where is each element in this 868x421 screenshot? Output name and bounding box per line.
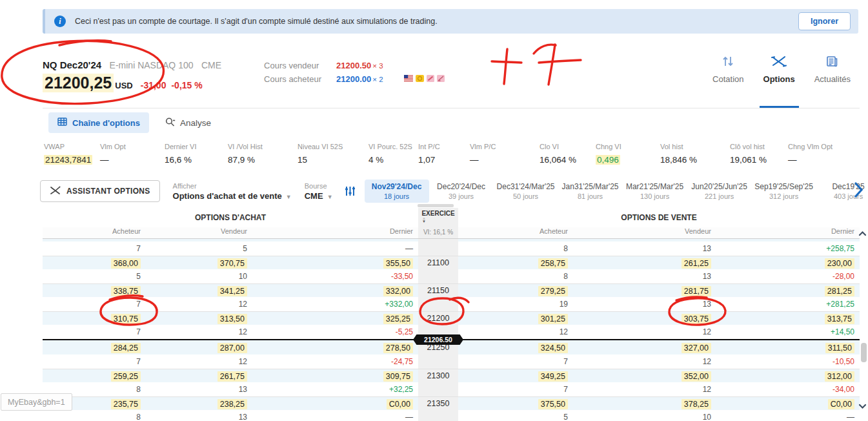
expiry-tab[interactable]: Jan31'25/Mar'25 81 jours xyxy=(558,180,623,203)
call-ask-size: 12 xyxy=(146,300,252,309)
scroll-up-button[interactable] xyxy=(858,227,867,239)
strike-sort-header[interactable]: EXERCICE ▲▼ xyxy=(418,208,458,227)
put-ask-cell[interactable]: 303,75 xyxy=(573,313,716,324)
put-ask-cell[interactable]: 261,25 xyxy=(573,257,716,269)
strike-vi-header: VI: 16,1 % xyxy=(418,227,458,238)
call-bid-cell[interactable]: 368,00 xyxy=(43,257,146,269)
price-change: -31,00 xyxy=(141,80,167,90)
call-ask-cell[interactable]: 341,25 xyxy=(146,285,252,296)
call-last-cell: 355,50 xyxy=(252,257,418,269)
grid-icon xyxy=(57,118,67,128)
call-ask-size: 5 xyxy=(146,244,252,253)
call-bid-cell[interactable]: 259,25 xyxy=(43,370,146,382)
put-ask-cell[interactable] xyxy=(573,239,716,241)
call-ask-cell[interactable]: 238,25 xyxy=(146,398,252,409)
call-bid-size: 8 xyxy=(43,413,146,421)
call-bid-cell[interactable]: 284,25 xyxy=(43,342,146,353)
stat-item: Vol hist 18,846 % xyxy=(660,143,730,174)
call-ask-cell[interactable]: 370,75 xyxy=(146,257,252,269)
expiry-tab[interactable]: Mar21'25/Mar'25 130 jours xyxy=(623,180,687,203)
expiry-tab[interactable]: Nov29'24/Dec 18 jours xyxy=(365,180,429,203)
expiry-tab[interactable]: Dec31'24/Mar'25 50 jours xyxy=(494,180,558,203)
put-ask-cell[interactable]: 352,00 xyxy=(573,370,716,382)
tab-chaine-options[interactable]: Chaîne d'options xyxy=(48,112,149,133)
expiry-tabs: Nov29'24/Dec 18 jours Dec20'24/Dec 39 jo… xyxy=(365,177,868,205)
put-bid-cell[interactable]: 258,75 xyxy=(458,257,573,269)
put-bid-size: 8 xyxy=(458,272,573,281)
bourse-dropdown[interactable]: Bourse CME▼ xyxy=(305,182,333,201)
newspaper-icon xyxy=(826,56,838,70)
put-bid-cell[interactable]: 279,25 xyxy=(458,285,573,296)
page-tabs: Chaîne d'options Analyse xyxy=(0,108,868,137)
put-ask-cell[interactable]: 281,75 xyxy=(573,285,716,296)
call-last-change: -5,25 xyxy=(252,327,418,336)
ask-label: Cours vendeur xyxy=(264,61,334,70)
expiry-tab[interactable]: Dec20'24/Dec 39 jours xyxy=(429,180,494,203)
currency: USD xyxy=(115,81,132,90)
strike-value: 21350 xyxy=(418,397,458,410)
vertical-scrollbar-thumb[interactable] xyxy=(861,343,867,362)
strike-row: 368,00 370,75 355,50 21100 258,75 261,25… xyxy=(43,256,860,283)
tab-analyse[interactable]: Analyse xyxy=(165,117,211,129)
expiry-tab[interactable]: Jun20'25/Jun'25 221 jours xyxy=(687,180,752,203)
put-last-col-header: Dernier xyxy=(716,227,860,238)
trading-app-window: i Ceci n'est pas un compte de courtage. … xyxy=(0,0,868,421)
expiries-next-button[interactable] xyxy=(853,181,863,201)
put-last-cell: 281,25 xyxy=(716,285,860,296)
put-bid-cell[interactable]: 375,50 xyxy=(458,398,573,409)
stat-item: Niveau VI 52S 15 xyxy=(298,143,368,174)
instrument-flag-icons xyxy=(404,75,445,83)
afficher-dropdown[interactable]: Afficher Options d'achat et de vente▼ xyxy=(173,182,292,201)
call-bid-cell[interactable] xyxy=(43,239,146,241)
chain-group-header: OPTIONS D'ACHAT EXERCICE ▲▼ OPTIONS DE V… xyxy=(43,208,860,227)
tab-actualites[interactable]: Actualités xyxy=(814,56,851,108)
options-stats-row: VWAP 21243,7841 Vlm Opt — Dernier VI 16,… xyxy=(0,137,868,174)
call-bid-cell[interactable]: 338,75 xyxy=(43,285,146,296)
call-bid-size: 5 xyxy=(43,272,146,281)
expiry-tab[interactable]: Sep19'25/Sep'25 312 jours xyxy=(752,180,816,203)
put-bid-size: 5 xyxy=(458,413,573,421)
strike-row: 235,75 238,25 C0,00 21350 375,50 378,25 … xyxy=(43,396,860,421)
call-bid-size: 7 xyxy=(43,300,146,309)
put-last-change: -10,50 xyxy=(716,357,860,366)
call-last-col-header: Dernier xyxy=(252,227,418,238)
expiry-tabs-scrollbar[interactable] xyxy=(418,204,454,207)
put-last-cell: 313,75 xyxy=(716,313,860,324)
call-bid-size: 7 xyxy=(43,244,146,253)
chain-toolbar: ASSISTANT OPTIONS Afficher Options d'ach… xyxy=(0,174,868,208)
price-change-pct: -0,15 % xyxy=(171,80,202,90)
call-ask-cell[interactable]: 313,50 xyxy=(146,313,252,324)
call-last-cell: 278,50 xyxy=(252,342,418,353)
scroll-down-button[interactable] xyxy=(858,400,867,412)
put-bid-cell[interactable] xyxy=(458,239,573,241)
call-ask-size: 12 xyxy=(146,357,252,366)
call-ask-cell[interactable]: 261,75 xyxy=(146,370,252,382)
tab-options[interactable]: Options xyxy=(763,56,795,108)
call-last-cell xyxy=(252,239,418,241)
put-ask-cell[interactable]: 327,00 xyxy=(573,342,716,353)
filter-sliders-button[interactable] xyxy=(345,185,356,197)
put-ask-cell[interactable]: 378,25 xyxy=(573,398,716,409)
banner-text: Ceci n'est pas un compte de courtage. Il… xyxy=(75,17,789,26)
tab-cotation[interactable]: Cotation xyxy=(712,56,743,108)
put-bid-cell[interactable]: 301,25 xyxy=(458,313,573,324)
assistant-options-button[interactable]: ASSISTANT OPTIONS xyxy=(40,180,160,202)
put-last-cell: C0,00 xyxy=(716,398,860,409)
strike-row: 7 5 — 8 13 +258,75 xyxy=(43,239,860,256)
instrument-header: NQ Dec20'24 E-mini NASDAQ 100 CME 21200,… xyxy=(43,34,860,108)
up-down-arrows-icon xyxy=(722,56,734,70)
put-bid-cell[interactable]: 349,25 xyxy=(458,370,573,382)
call-last-cell: C0,00 xyxy=(252,398,418,409)
symbol-price-block: NQ Dec20'24 E-mini NASDAQ 100 CME 21200,… xyxy=(43,59,221,108)
stat-item: Dernier VI 16,6 % xyxy=(165,143,228,174)
ignore-button[interactable]: Ignorer xyxy=(798,12,851,30)
bid-ask-block: Cours vendeur 21200.50 × 3 Cours acheteu… xyxy=(264,61,383,108)
call-bid-col-header: Acheteur xyxy=(43,227,146,238)
magnifier-icon xyxy=(165,117,176,129)
stat-item: VWAP 21243,7841 xyxy=(44,143,100,174)
pink-diagonal-icon-2 xyxy=(437,75,445,83)
call-ask-cell[interactable]: 287,00 xyxy=(146,342,252,353)
call-ask-cell[interactable] xyxy=(146,239,252,241)
put-bid-cell[interactable]: 324,50 xyxy=(458,342,573,353)
call-bid-cell[interactable]: 310,75 xyxy=(43,313,146,324)
